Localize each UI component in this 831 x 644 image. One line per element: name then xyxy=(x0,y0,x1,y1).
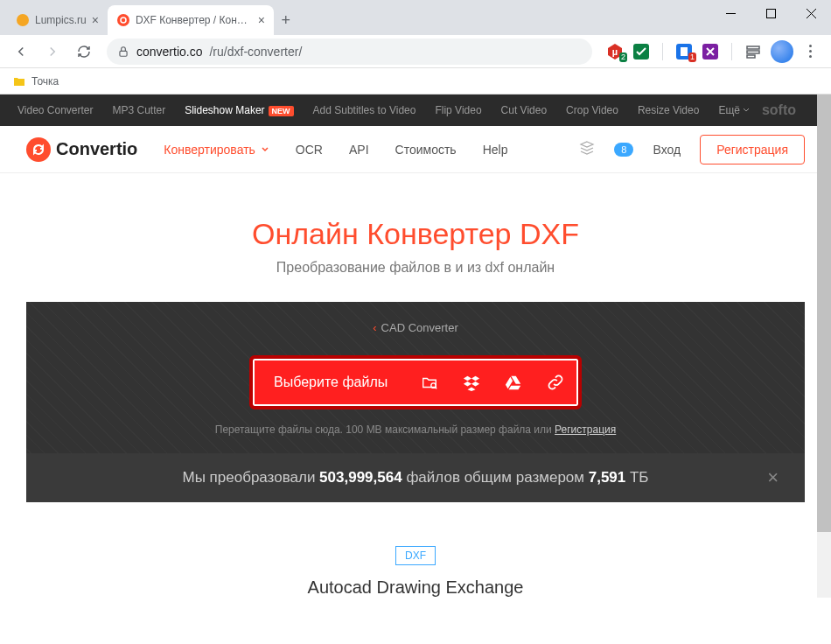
scrollbar-thumb[interactable] xyxy=(817,94,831,532)
chevron-left-icon: ‹ xyxy=(373,321,376,334)
chevron-down-icon xyxy=(743,107,750,114)
softo-top-bar: Video Converter MP3 Cutter Slideshow Mak… xyxy=(0,94,831,126)
folder-icon xyxy=(12,74,26,88)
format-title: Autocad Drawing Exchange xyxy=(26,578,805,598)
stats-count: 503,999,564 xyxy=(319,469,402,486)
nav-help[interactable]: Help xyxy=(483,143,508,157)
svg-rect-2 xyxy=(766,9,775,18)
forward-button[interactable] xyxy=(38,38,66,66)
dropbox-icon[interactable] xyxy=(463,374,480,391)
bookmark-item[interactable]: Точка xyxy=(31,75,59,88)
nav-ocr[interactable]: OCR xyxy=(296,143,323,157)
browser-toolbar: convertio.co/ru/dxf-converter/ µ2 1 xyxy=(0,35,831,68)
browser-tab-convertio[interactable]: DXF Конвертер / Конвертер в D × xyxy=(108,5,274,35)
extension-save[interactable]: 1 xyxy=(675,43,693,60)
svg-rect-11 xyxy=(747,51,759,53)
register-button[interactable]: Регистрация xyxy=(700,135,805,164)
bookmarks-bar: Точка xyxy=(0,68,831,94)
ext-badge: 2 xyxy=(619,52,627,62)
extension-checkmark[interactable] xyxy=(632,43,650,60)
softo-link[interactable]: Crop Video xyxy=(566,104,618,116)
softo-link[interactable]: Cut Video xyxy=(501,104,547,116)
format-section: DXF Autocad Drawing Exchange xyxy=(26,502,805,598)
lock-icon xyxy=(117,46,129,58)
tab-label: DXF Конвертер / Конвертер в D xyxy=(136,14,253,26)
url-path: /ru/dxf-converter/ xyxy=(209,45,302,59)
page-subtitle: Преобразование файлов в и из dxf онлайн xyxy=(26,260,805,276)
close-icon[interactable]: × xyxy=(92,13,99,27)
browse-folder-icon[interactable] xyxy=(421,374,438,391)
profile-avatar[interactable] xyxy=(771,40,793,63)
drop-hint: Перетащите файлы сюда. 100 MB максимальн… xyxy=(26,424,805,436)
scrollbar[interactable]: ▲ xyxy=(817,94,831,598)
back-button[interactable] xyxy=(7,38,35,66)
softo-more[interactable]: Ещё xyxy=(718,104,750,116)
nav-price[interactable]: Стоимость xyxy=(395,143,457,157)
breadcrumb-link[interactable]: ‹CAD Converter xyxy=(26,321,805,334)
extension-purple[interactable] xyxy=(702,43,719,60)
drop-zone[interactable]: ‹CAD Converter Выберите файлы Перетащите… xyxy=(26,302,805,502)
browser-menu-button[interactable] xyxy=(802,45,819,58)
convertio-logo[interactable]: Convertio xyxy=(26,137,137,162)
conversion-count-badge[interactable]: 8 xyxy=(614,143,633,157)
softo-link[interactable]: Video Converter xyxy=(17,104,94,116)
url-host: convertio.co xyxy=(136,45,202,59)
format-badge[interactable]: DXF xyxy=(395,546,436,565)
reload-button[interactable] xyxy=(70,38,98,66)
link-icon[interactable] xyxy=(547,374,564,391)
brand-text: Convertio xyxy=(56,139,137,159)
browser-tab-strip: Lumpics.ru × DXF Конвертер / Конвертер в… xyxy=(0,0,831,35)
minimize-button[interactable] xyxy=(710,0,751,26)
divider xyxy=(731,43,732,60)
ext-badge: 1 xyxy=(688,52,696,62)
page-title: Онлайн Конвертер DXF xyxy=(26,217,805,251)
google-drive-icon[interactable] xyxy=(505,374,522,391)
svg-point-0 xyxy=(17,14,29,26)
main-nav: Convertio Конвертировать OCR API Стоимос… xyxy=(0,126,831,173)
svg-text:µ: µ xyxy=(612,46,618,57)
softo-link[interactable]: Resize Video xyxy=(638,104,700,116)
nav-login[interactable]: Вход xyxy=(653,143,681,157)
extension-adblock[interactable]: µ2 xyxy=(606,43,624,60)
select-files-button[interactable]: Выберите файлы xyxy=(253,374,421,390)
softo-link-slideshow[interactable]: Slideshow MakerNEW xyxy=(185,104,293,116)
reading-list-icon[interactable] xyxy=(744,43,762,60)
maximize-button[interactable] xyxy=(751,0,791,26)
logo-icon xyxy=(26,137,51,162)
close-icon[interactable]: × xyxy=(258,13,265,27)
window-controls xyxy=(710,0,831,26)
favicon-lumpics xyxy=(16,13,30,27)
nav-api[interactable]: API xyxy=(349,143,369,157)
new-tab-button[interactable]: + xyxy=(274,8,298,32)
page-content: Онлайн Конвертер DXF Преобразование файл… xyxy=(0,173,831,598)
close-icon[interactable]: × xyxy=(767,466,779,489)
register-link[interactable]: Регистрация xyxy=(555,424,616,436)
select-files-box: Выберите файлы xyxy=(249,355,582,410)
favicon-convertio xyxy=(116,13,130,27)
tab-label: Lumpics.ru xyxy=(35,14,87,26)
divider xyxy=(662,43,663,60)
new-badge: NEW xyxy=(269,106,294,116)
svg-rect-8 xyxy=(681,47,688,56)
svg-rect-10 xyxy=(747,46,759,49)
svg-rect-3 xyxy=(120,51,127,56)
svg-rect-12 xyxy=(747,55,755,58)
stats-bar: Мы преобразовали 503,999,564 файлов общи… xyxy=(26,453,805,502)
softo-link[interactable]: Flip Video xyxy=(435,104,481,116)
svg-point-1 xyxy=(117,14,129,26)
extension-icons: µ2 1 xyxy=(601,40,824,63)
chevron-down-icon xyxy=(261,145,269,154)
address-bar[interactable]: convertio.co/ru/dxf-converter/ xyxy=(107,38,592,65)
nav-convert[interactable]: Конвертировать xyxy=(164,143,269,157)
softo-logo[interactable]: softo xyxy=(762,102,796,118)
softo-link[interactable]: Add Subtitles to Video xyxy=(313,104,416,116)
layers-icon[interactable] xyxy=(579,140,595,159)
softo-link[interactable]: MP3 Cutter xyxy=(113,104,166,116)
browser-tab-lumpics[interactable]: Lumpics.ru × xyxy=(7,5,108,35)
close-window-button[interactable] xyxy=(791,0,831,26)
stats-size: 7,591 xyxy=(589,469,626,486)
